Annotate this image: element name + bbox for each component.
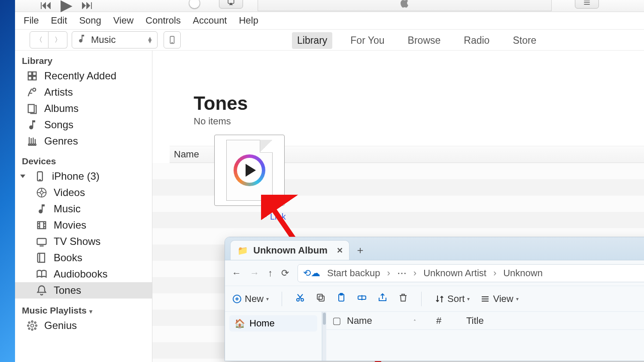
delete-button[interactable] xyxy=(398,293,408,305)
sidebar-item-movies[interactable]: Movies xyxy=(15,217,152,233)
menu-view[interactable]: View xyxy=(107,13,140,28)
back-button[interactable]: 〈 xyxy=(30,31,49,48)
file-explorer-window[interactable]: 📁 Unknown Album ✕ ＋ ← → ↑ ⟳ ⟲☁ Start bac… xyxy=(225,237,644,361)
svg-point-15 xyxy=(34,144,36,145)
chevron-down-icon: ▾ xyxy=(89,308,92,315)
share-button[interactable] xyxy=(377,293,388,305)
rename-button[interactable] xyxy=(357,293,367,305)
nav-for-you[interactable]: For You xyxy=(345,32,389,49)
prev-track-button[interactable]: ⏮ xyxy=(40,0,52,11)
explorer-list[interactable]: ▢ Name ˄ # Title xyxy=(326,312,644,361)
nav-library[interactable]: Library xyxy=(292,32,332,49)
sidebar-item-music[interactable]: Music xyxy=(15,201,152,217)
sidebar-item-genius[interactable]: Genius xyxy=(15,317,152,334)
paste-button[interactable] xyxy=(336,293,346,305)
explorer-side-home[interactable]: 🏠 Home xyxy=(229,315,317,332)
menu-help[interactable]: Help xyxy=(233,13,264,28)
column-name[interactable]: Name ˄ xyxy=(347,315,436,326)
svg-rect-27 xyxy=(37,238,46,244)
sidebar-item-tones[interactable]: Tones xyxy=(15,282,152,299)
svg-point-32 xyxy=(31,321,33,323)
svg-rect-48 xyxy=(319,296,324,301)
breadcrumb-album[interactable]: Unknown xyxy=(503,268,543,279)
new-tab-button[interactable]: ＋ xyxy=(354,244,367,256)
apple-logo-icon xyxy=(399,0,411,10)
sidebar-item-songs[interactable]: Songs xyxy=(15,117,152,133)
svg-point-35 xyxy=(36,325,37,326)
select-all-checkbox[interactable]: ▢ xyxy=(326,315,347,326)
new-button[interactable]: New▾ xyxy=(232,293,269,305)
sidebar: Library Recently Added Artists Albums So… xyxy=(15,51,152,362)
next-track-button[interactable]: ⏭ xyxy=(81,0,93,11)
sidebar-item-albums[interactable]: Albums xyxy=(15,100,152,117)
nav-radio[interactable]: Radio xyxy=(459,32,495,49)
nav-browse[interactable]: Browse xyxy=(403,32,446,49)
sidebar-item-genres[interactable]: Genres xyxy=(15,133,152,149)
device-button[interactable] xyxy=(164,31,181,48)
breadcrumb-artist[interactable]: Unknown Artist xyxy=(423,268,486,279)
sidebar-playlists-header[interactable]: Music Playlists▾ xyxy=(15,299,152,317)
sidebar-library-header: Library xyxy=(15,53,152,68)
cloud-sync-icon: ⟲☁ xyxy=(303,268,320,279)
column-name: Name xyxy=(174,149,199,160)
svg-rect-20 xyxy=(38,222,46,229)
explorer-refresh-button[interactable]: ⟳ xyxy=(281,268,289,279)
media-play-icon xyxy=(234,154,265,186)
menu-song[interactable]: Song xyxy=(73,13,107,28)
page-subtitle: No items xyxy=(194,116,231,127)
view-button[interactable]: View▾ xyxy=(480,293,518,305)
forward-button[interactable]: 〉 xyxy=(49,31,67,48)
svg-rect-11 xyxy=(28,105,34,113)
svg-point-36 xyxy=(28,322,30,323)
up-next-button[interactable] xyxy=(575,0,599,9)
explorer-back-button[interactable]: ← xyxy=(232,268,241,279)
sidebar-item-artists[interactable]: Artists xyxy=(15,84,152,100)
top-nav: Library For You Browse Radio Store xyxy=(292,30,541,51)
sidebar-item-books[interactable]: Books xyxy=(15,250,152,266)
menu-file[interactable]: File xyxy=(18,13,45,28)
sidebar-item-audiobooks[interactable]: Audiobooks xyxy=(15,266,152,282)
cut-button[interactable] xyxy=(295,293,305,305)
menu-controls[interactable]: Controls xyxy=(140,13,187,28)
column-title[interactable]: Title xyxy=(466,315,484,326)
explorer-forward-button[interactable]: → xyxy=(250,268,259,279)
breadcrumb[interactable]: ⟲☁ Start backup ›⋯› Unknown Artist › Unk… xyxy=(298,264,644,282)
explorer-tab[interactable]: 📁 Unknown Album ✕ xyxy=(230,240,349,260)
menu-edit[interactable]: Edit xyxy=(45,13,73,28)
sidebar-devices-header: Devices xyxy=(15,149,152,168)
chevron-updown-icon: ▲▼ xyxy=(147,37,153,43)
nav-store[interactable]: Store xyxy=(507,32,541,49)
sort-button[interactable]: Sort▾ xyxy=(434,293,470,305)
svg-point-10 xyxy=(33,88,36,91)
sidebar-item-device-iphone[interactable]: iPhone (3) xyxy=(15,168,152,184)
sidebar-item-tvshows[interactable]: TV Shows xyxy=(15,233,152,250)
source-selector[interactable]: Music ▲▼ xyxy=(72,31,158,48)
airplay-button[interactable] xyxy=(219,0,243,9)
svg-rect-9 xyxy=(33,76,36,80)
itunes-window: ⏮ ▶ ⏭ File Edit Song View Controls Accou… xyxy=(15,0,644,362)
volume-knob[interactable] xyxy=(189,0,200,9)
disclosure-triangle-icon[interactable] xyxy=(20,175,25,178)
sidebar-scrollbar[interactable] xyxy=(322,312,326,361)
playback-row: ⏮ ▶ ⏭ xyxy=(15,0,644,12)
copy-button[interactable] xyxy=(316,293,326,305)
svg-point-34 xyxy=(27,325,29,326)
svg-rect-49 xyxy=(317,294,322,299)
svg-point-12 xyxy=(28,144,30,145)
explorer-up-button[interactable]: ↑ xyxy=(268,268,273,279)
play-button[interactable]: ▶ xyxy=(61,0,73,13)
svg-rect-7 xyxy=(33,72,36,75)
explorer-titlebar[interactable]: 📁 Unknown Album ✕ ＋ xyxy=(225,237,644,260)
breadcrumb-backup[interactable]: Start backup xyxy=(327,268,380,279)
svg-point-14 xyxy=(33,144,34,145)
svg-rect-6 xyxy=(28,72,32,75)
sidebar-item-videos[interactable]: Videos xyxy=(15,184,152,201)
music-note-icon xyxy=(76,33,87,46)
column-number[interactable]: # xyxy=(436,315,466,326)
close-tab-button[interactable]: ✕ xyxy=(337,246,343,255)
svg-point-37 xyxy=(34,322,36,323)
sidebar-item-recently-added[interactable]: Recently Added xyxy=(15,68,152,84)
svg-rect-8 xyxy=(28,76,32,80)
page-title: Tones xyxy=(194,93,248,114)
menu-account[interactable]: Account xyxy=(187,13,233,28)
